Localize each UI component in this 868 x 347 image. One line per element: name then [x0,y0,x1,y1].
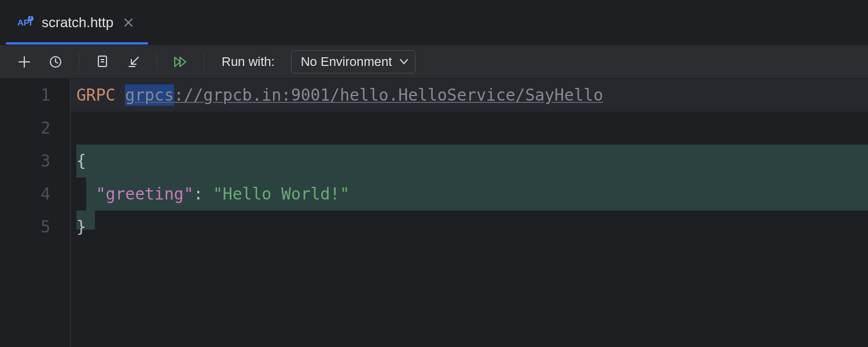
url-rest: ://grpcb.in:9001/hello.HelloService/SayH… [174,86,604,105]
run-all-button[interactable] [171,53,190,71]
line-number: 1 [0,79,50,112]
import-button[interactable] [124,53,143,71]
json-colon: : [193,184,203,204]
code-line-4[interactable]: "greeting": "Hello World!" [71,178,868,211]
tab-label: scratch.http [42,14,113,31]
tabbar: API scratch.http [0,0,868,45]
line-number: 3 [0,145,50,178]
code-line-3[interactable]: { [71,145,868,178]
code-area[interactable]: GRPC grpcs://grpcb.in:9001/hello.HelloSe… [71,79,868,347]
toolbar-separator [204,53,204,71]
editor-toolbar: Run with: No Environment [0,45,868,79]
code-line-1[interactable]: GRPC grpcs://grpcb.in:9001/hello.HelloSe… [71,79,868,112]
request-method: GRPC [76,86,115,105]
request-url: grpcs://grpcb.in:9001/hello.HelloService… [125,84,603,106]
json-brace-close: } [76,217,86,237]
code-line-5[interactable]: } [71,211,868,243]
close-icon[interactable] [122,16,135,29]
toolbar-separator [79,53,79,71]
line-number: 5 [0,211,50,243]
chevron-down-icon [400,59,408,65]
environment-value: No Environment [301,54,392,69]
code-line-2[interactable] [71,112,868,145]
api-file-icon: API [17,16,34,29]
add-request-button[interactable] [15,53,34,71]
line-number: 2 [0,112,50,145]
history-button[interactable] [46,53,65,71]
json-value: "Hello World!" [213,184,350,204]
line-gutter: 1 2 3 4 5 [0,79,71,347]
environment-dropdown[interactable]: No Environment [291,50,416,73]
code-editor[interactable]: 1 2 3 4 5 GRPC grpcs://grpcb.in:9001/hel… [0,79,868,347]
line-number: 4 [0,178,50,211]
examples-button[interactable] [93,53,112,71]
json-key: "greeting" [96,184,194,204]
toolbar-separator [157,53,157,71]
tab-scratch-http[interactable]: API scratch.http [0,0,148,45]
json-brace-open: { [76,152,86,171]
run-with-label: Run with: [222,54,275,69]
selection-scheme: grpcs [125,84,174,106]
